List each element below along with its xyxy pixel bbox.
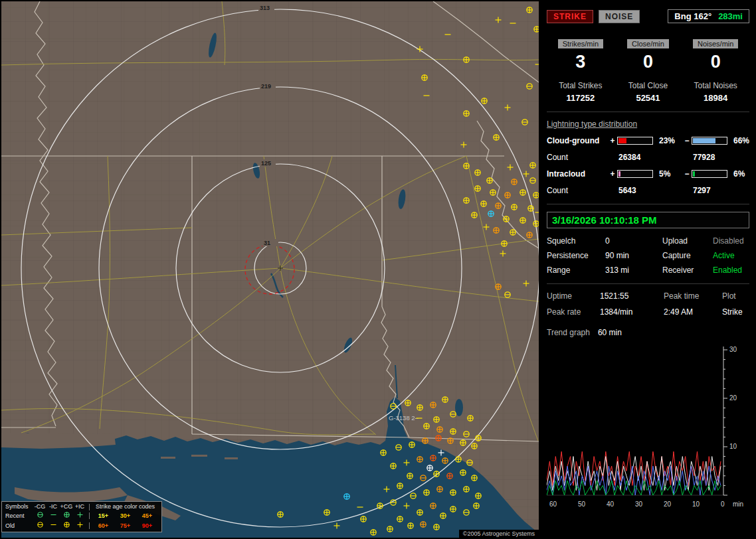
strike-symbol <box>381 450 386 455</box>
ring-distance-label: 31 <box>264 240 270 246</box>
legend-symbol-icon <box>36 521 45 528</box>
total-noises-label: Total Noises <box>682 81 749 90</box>
strike-symbol <box>496 203 501 208</box>
plus-sign: + <box>608 169 617 179</box>
top-button-row: STRIKE NOISE Bng 162° 283mi <box>547 9 749 23</box>
minus-sign: − <box>682 136 692 145</box>
legend-divider <box>89 522 90 529</box>
age-code: 45+ <box>136 512 158 520</box>
intracloud-label: Intracloud <box>547 169 608 179</box>
trend-series-total <box>547 457 721 491</box>
strike-symbol <box>450 506 456 512</box>
ic-plus-count: 5643 <box>617 186 682 195</box>
strike-symbol <box>472 212 477 218</box>
strike-symbol <box>440 513 446 518</box>
cg-minus-pct: 66% <box>730 136 755 145</box>
strike-symbol <box>472 475 477 481</box>
divider <box>547 112 749 112</box>
strikes-per-min-value: 3 <box>547 52 614 72</box>
strike-symbol <box>407 473 413 479</box>
trend-x-label: 60 <box>549 501 557 508</box>
legend-symbol-icon <box>62 511 71 518</box>
map-panel[interactable]: 31125219313 G-3138 2– Symbols-CG-IC+CG+I… <box>1 1 539 538</box>
noise-button[interactable]: NOISE <box>599 10 640 23</box>
cg-plus-pct: 23% <box>656 136 682 145</box>
strikes-per-min-button[interactable]: Strikes/min <box>558 39 603 48</box>
cg-plus-count: 26384 <box>617 153 682 162</box>
range-label: Range <box>547 266 605 275</box>
strike-symbol <box>494 228 499 233</box>
strike-symbol <box>448 438 453 443</box>
trend-x-label: 30 <box>635 501 643 508</box>
legend-col-header: +IC <box>73 503 86 510</box>
plot-value: Strike <box>722 307 756 317</box>
control-panel: STRIKE NOISE Bng 162° 283mi Strikes/min … <box>540 1 755 538</box>
trend-header: Trend graph 60 min <box>547 328 749 337</box>
count-label: Count <box>547 153 608 162</box>
legend-grid: Symbols-CG-IC+CG+ICStrike age color code… <box>5 503 158 530</box>
station-label: G-3138 2– <box>389 414 419 422</box>
strike-symbol <box>464 198 469 203</box>
close-per-min-value: 0 <box>614 52 682 72</box>
strike-symbol <box>377 503 383 508</box>
age-code: 30+ <box>114 512 136 520</box>
strike-symbol <box>434 524 439 530</box>
squelch-value: 0 <box>605 236 662 246</box>
plus-sign: + <box>608 136 617 145</box>
count-label: Count <box>547 186 608 195</box>
barrier-island <box>191 455 207 457</box>
age-code: 15+ <box>92 512 114 520</box>
strike-symbol <box>527 7 532 13</box>
copyright: ©2005 Astrogenic Systems <box>459 530 539 538</box>
strike-symbol <box>387 526 393 532</box>
cg-minus-bar <box>692 137 727 145</box>
bearing-range: 283mi <box>718 11 743 21</box>
trend-x-label: 20 <box>664 501 672 508</box>
legend-symbol-icon <box>62 521 71 528</box>
plot-label: Plot <box>722 291 756 301</box>
total-strikes-value: 117252 <box>547 93 614 103</box>
legend-symbol-icon <box>76 511 84 518</box>
legend-row-label: Recent <box>5 512 33 520</box>
strike-symbol <box>494 135 499 140</box>
squelch-label: Squelch <box>547 236 605 246</box>
strike-symbol <box>430 455 436 461</box>
trend-x-label: 40 <box>607 501 614 508</box>
minus-sign: − <box>682 169 692 179</box>
strike-symbol <box>464 163 469 169</box>
cg-minus-count: 77928 <box>692 153 755 162</box>
ic-plus-bar <box>617 170 653 178</box>
strike-symbol <box>490 190 496 195</box>
strike-symbol <box>528 206 533 211</box>
noises-per-min-button[interactable]: Noises/min <box>693 39 738 48</box>
strike-symbol <box>430 503 436 508</box>
strike-symbol <box>405 400 411 406</box>
strike-symbol <box>361 516 366 522</box>
strike-symbol <box>464 57 469 62</box>
persistence-label: Persistence <box>547 251 605 260</box>
total-noises-value: 18984 <box>682 93 749 103</box>
age-code: 90+ <box>136 522 158 530</box>
strike-symbol <box>421 522 426 527</box>
strike-symbol <box>397 483 403 489</box>
strike-symbol <box>436 435 441 441</box>
strike-symbol <box>472 443 477 449</box>
divider <box>547 283 749 284</box>
strike-symbol <box>371 530 376 535</box>
settings-grid: Squelch 0 Upload Disabled Persistence 90… <box>547 236 749 275</box>
strike-symbol <box>417 510 423 515</box>
strike-symbol <box>422 75 427 80</box>
strike-symbol <box>475 186 480 191</box>
strike-button[interactable]: STRIKE <box>547 10 593 23</box>
strike-symbol <box>324 510 330 515</box>
peak-rate-label: Peak rate <box>547 307 600 317</box>
strike-symbol <box>468 416 473 421</box>
strike-symbol <box>460 470 466 475</box>
legend-symbols-header: Symbols <box>5 503 33 510</box>
close-per-min-button[interactable]: Close/min <box>627 39 669 48</box>
lightning-map: 31125219313 G-3138 2– <box>1 1 539 538</box>
strike-symbol <box>442 397 448 402</box>
strike-symbol <box>427 465 432 471</box>
ic-minus-count: 7297 <box>692 186 755 195</box>
trend-graph-label: Trend graph <box>547 328 590 337</box>
